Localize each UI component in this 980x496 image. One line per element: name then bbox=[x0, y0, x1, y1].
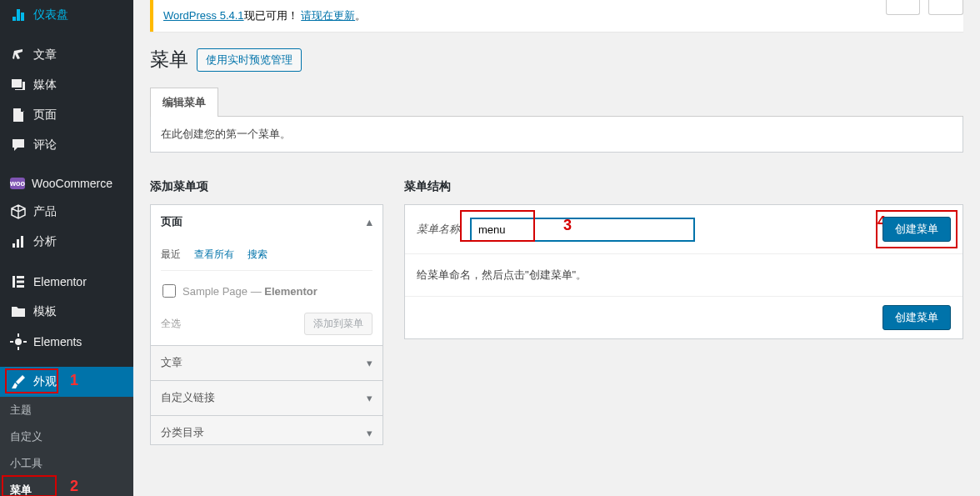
caret-down-icon: ▾ bbox=[367, 392, 372, 404]
sidebar-label: 仪表盘 bbox=[33, 8, 68, 23]
accordion-head-customlinks[interactable]: 自定义链接 ▾ bbox=[151, 381, 382, 415]
top-right-buttons bbox=[886, 0, 963, 15]
structure-heading: 菜单结构 bbox=[404, 179, 963, 194]
page-checkbox[interactable] bbox=[162, 284, 176, 298]
submenu-menus[interactable]: 菜单 2 bbox=[0, 477, 133, 496]
annotation-1: 1 bbox=[70, 372, 78, 389]
tab-edit-menu[interactable]: 编辑菜单 bbox=[150, 88, 218, 117]
folder-icon bbox=[10, 303, 27, 320]
sidebar-label: 页面 bbox=[33, 108, 57, 123]
accordion-categories: 分类目录 ▾ bbox=[150, 415, 383, 445]
sidebar-label: 产品 bbox=[33, 204, 57, 219]
caret-up-icon: ▴ bbox=[367, 216, 372, 228]
instruction-text: 给菜单命名，然后点击"创建菜单"。 bbox=[405, 254, 962, 296]
ghost-button-1[interactable] bbox=[886, 0, 921, 15]
dashboard-icon bbox=[10, 7, 27, 23]
ghost-button-2[interactable] bbox=[928, 0, 963, 15]
svg-point-4 bbox=[15, 338, 22, 345]
page-item-row[interactable]: Sample Page — Elementor bbox=[161, 279, 372, 303]
svg-rect-2 bbox=[17, 281, 24, 283]
submenu-themes[interactable]: 主题 bbox=[0, 397, 133, 423]
sidebar-item-analytics[interactable]: 分析 bbox=[0, 227, 133, 257]
sidebar-item-elements[interactable]: Elements bbox=[0, 327, 133, 357]
sidebar-item-woocommerce[interactable]: woo WooCommerce bbox=[0, 170, 133, 197]
elementor-icon bbox=[10, 273, 27, 290]
sidebar-label: 媒体 bbox=[33, 78, 57, 93]
sidebar-label: 模板 bbox=[33, 304, 57, 319]
sidebar-item-posts[interactable]: 文章 bbox=[0, 40, 133, 70]
live-preview-button[interactable]: 使用实时预览管理 bbox=[197, 48, 302, 72]
analytics-icon bbox=[10, 233, 27, 250]
create-menu-button-bottom[interactable]: 创建菜单 bbox=[882, 305, 951, 330]
submenu-widgets[interactable]: 小工具 bbox=[0, 450, 133, 477]
inner-tab-search[interactable]: 搜索 bbox=[248, 248, 268, 262]
admin-sidebar: 仪表盘 文章 媒体 页面 评论 woo WooCommerce 产品 bbox=[0, 0, 133, 496]
caret-down-icon: ▾ bbox=[367, 427, 372, 439]
sidebar-label: Elements bbox=[33, 335, 82, 348]
select-all-link[interactable]: 全选 bbox=[161, 317, 181, 331]
svg-rect-1 bbox=[17, 276, 24, 278]
annotation-2: 2 bbox=[70, 478, 78, 495]
sidebar-label: 评论 bbox=[33, 138, 57, 153]
svg-rect-0 bbox=[12, 276, 15, 288]
accordion-head-pages[interactable]: 页面 ▴ bbox=[151, 205, 382, 239]
create-menu-button-top[interactable]: 创建菜单 bbox=[882, 217, 951, 242]
menu-name-input[interactable] bbox=[470, 218, 695, 242]
comments-icon bbox=[10, 137, 27, 153]
sidebar-item-templates[interactable]: 模板 bbox=[0, 297, 133, 327]
main-content: WordPress 5.4.1现已可用！ 请现在更新。 菜单 使用实时预览管理 … bbox=[133, 0, 980, 496]
sidebar-item-media[interactable]: 媒体 bbox=[0, 70, 133, 100]
products-icon bbox=[10, 203, 27, 220]
page-title: 菜单 bbox=[150, 47, 188, 73]
menu-name-label: 菜单名称 bbox=[417, 222, 460, 237]
sidebar-label: Elementor bbox=[33, 275, 87, 288]
wordpress-version-link[interactable]: WordPress 5.4.1 bbox=[163, 9, 244, 22]
sidebar-label: 分析 bbox=[33, 234, 57, 249]
sidebar-item-comments[interactable]: 评论 bbox=[0, 130, 133, 160]
accordion-pages: 页面 ▴ 最近 查看所有 搜索 Sample Page — Elementor bbox=[150, 204, 383, 346]
sidebar-label: WooCommerce bbox=[32, 177, 112, 190]
svg-rect-3 bbox=[17, 285, 24, 288]
sidebar-item-appearance[interactable]: 外观 1 bbox=[0, 367, 133, 397]
accordion-head-categories[interactable]: 分类目录 ▾ bbox=[151, 416, 382, 444]
accordion-posts: 文章 ▾ bbox=[150, 345, 383, 381]
intro-box: 在此创建您的第一个菜单。 bbox=[150, 117, 963, 153]
inner-tab-viewall[interactable]: 查看所有 bbox=[194, 248, 234, 262]
brush-icon bbox=[10, 373, 27, 390]
sidebar-item-pages[interactable]: 页面 bbox=[0, 100, 133, 130]
menu-structure-panel: 菜单名称 3 4 创建菜单 给菜单命名，然后点击"创建菜单"。 创建菜单 bbox=[404, 204, 963, 339]
accordion-head-posts[interactable]: 文章 ▾ bbox=[151, 346, 382, 380]
update-now-link[interactable]: 请现在更新 bbox=[301, 9, 355, 22]
accordion-customlinks: 自定义链接 ▾ bbox=[150, 380, 383, 416]
pin-icon bbox=[10, 47, 27, 63]
sidebar-item-products[interactable]: 产品 bbox=[0, 197, 133, 227]
elements-icon bbox=[10, 333, 27, 350]
add-to-menu-button[interactable]: 添加到菜单 bbox=[304, 313, 372, 335]
pages-icon bbox=[10, 107, 27, 123]
appearance-submenu: 主题 自定义 小工具 菜单 2 背景 bbox=[0, 397, 133, 496]
inner-tab-recent[interactable]: 最近 bbox=[161, 248, 181, 262]
woocommerce-icon: woo bbox=[10, 178, 25, 189]
sidebar-item-elementor[interactable]: Elementor bbox=[0, 267, 133, 297]
sidebar-item-dashboard[interactable]: 仪表盘 bbox=[0, 0, 133, 30]
update-notice: WordPress 5.4.1现已可用！ 请现在更新。 bbox=[150, 0, 963, 32]
sidebar-label: 文章 bbox=[33, 48, 57, 63]
submenu-customize[interactable]: 自定义 bbox=[0, 423, 133, 450]
tab-bar: 编辑菜单 bbox=[150, 88, 963, 117]
media-icon bbox=[10, 77, 27, 93]
add-items-heading: 添加菜单项 bbox=[150, 179, 383, 194]
caret-down-icon: ▾ bbox=[367, 357, 372, 369]
sidebar-label: 外观 bbox=[33, 374, 57, 389]
